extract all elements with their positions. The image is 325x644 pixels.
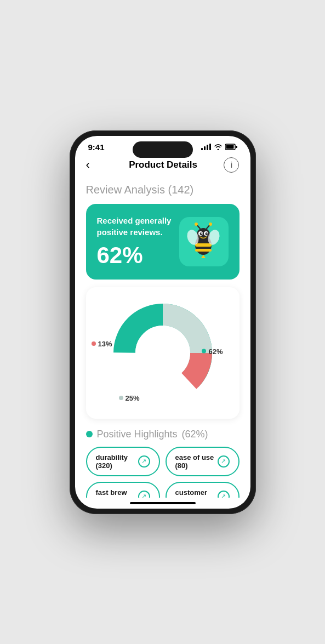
svg-point-13 [200,232,203,235]
svg-rect-8 [195,243,212,247]
positive-card: Received generally positive reviews. 62% [86,204,240,280]
highlights-dot [86,431,93,437]
back-button[interactable]: ‹ [86,158,102,172]
tag-label-durability: durability (320) [96,453,135,470]
positive-card-text: Received generally positive reviews. 62% [97,215,179,269]
highlights-label: Positive Highlights [97,429,178,440]
legend-62: 62% [202,347,223,355]
bee-icon [179,217,229,266]
bee-illustration [183,221,224,262]
dynamic-island [133,141,193,158]
svg-point-20 [195,223,198,226]
tag-arrow-fast-brew: ↗ [138,491,150,498]
phone-frame: 9:41 [70,130,256,514]
home-indicator [75,498,250,509]
svg-rect-5 [226,145,233,149]
svg-rect-9 [195,249,212,252]
tag-ease-of-use[interactable]: ease of use (80) ↗ [166,447,240,476]
legend-label-13: 13% [98,340,112,348]
svg-point-15 [201,233,202,234]
donut-svg [108,298,218,408]
tag-durability[interactable]: durability (320) ↗ [86,447,160,476]
review-analysis-title: Review Analysis (142) [86,184,240,196]
tag-customer-care[interactable]: customer care (38) ↗ [166,482,240,498]
tag-label-fast-brew: fast brew (64) [96,488,135,498]
highlights-count: (62%) [182,429,208,440]
legend-dot-62 [202,349,206,354]
legend-dot-13 [92,341,96,346]
legend-25: 25% [119,394,140,402]
svg-point-27 [135,326,190,380]
svg-point-22 [209,223,212,226]
tag-label-ease-of-use: ease of use (80) [175,453,214,470]
page-title: Product Details [129,159,197,170]
tag-label-customer-care: customer care (38) [175,488,214,498]
tag-grid: durability (320) ↗ ease of use (80) ↗ fa… [86,447,240,498]
status-time: 9:41 [88,143,105,152]
legend-13: 13% [92,340,112,348]
positive-card-percent: 62% [97,242,179,269]
battery-icon [225,144,237,150]
phone-screen: 9:41 [75,136,250,509]
svg-rect-3 [209,144,211,150]
positive-card-subtitle: Received generally positive reviews. [97,215,179,238]
svg-rect-1 [204,146,206,150]
svg-point-16 [207,233,208,234]
info-icon: i [231,161,232,169]
legend-label-62: 62% [208,347,223,355]
svg-rect-6 [236,146,237,148]
tag-arrow-customer-care: ↗ [218,491,230,498]
wifi-icon [214,144,223,150]
legend-dot-25 [119,396,123,400]
review-analysis-label: Review Analysis [86,184,166,196]
tag-arrow-ease-of-use: ↗ [218,455,230,468]
tag-fast-brew[interactable]: fast brew (64) ↗ [86,482,160,498]
home-bar [130,502,196,504]
svg-point-14 [206,232,208,235]
tag-arrow-durability: ↗ [138,455,150,468]
svg-marker-23 [201,255,206,258]
svg-rect-0 [201,148,203,150]
highlights-title: Positive Highlights (62%) [86,429,240,440]
signal-icon [201,144,211,150]
svg-rect-2 [207,145,208,150]
chart-card: 62% 13% 25% [86,287,240,419]
scroll-content[interactable]: Review Analysis (142) Received generally… [75,178,250,498]
legend-label-25: 25% [126,394,140,402]
donut-chart: 62% 13% 25% [108,298,218,408]
status-icons [201,144,237,150]
review-count: (142) [168,184,194,196]
info-button[interactable]: i [224,157,239,173]
